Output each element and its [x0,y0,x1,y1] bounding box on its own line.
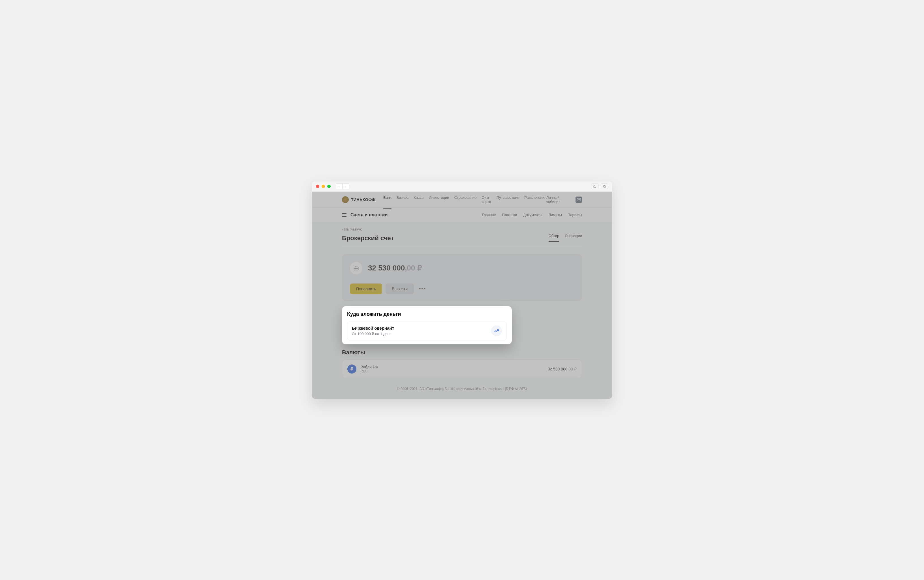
balance-amount: 32 530 000,00 ₽ [368,264,422,272]
nav-link-bank[interactable]: Банк [383,190,391,209]
primary-nav-links: Банк Бизнес Касса Инвестиции Страхование… [383,190,546,209]
page-tabs: Обзор Операции [549,234,582,242]
nav-link-business[interactable]: Бизнес [396,190,409,209]
invest-item-subtitle: От 100 000 ₽ на 1 день [352,332,394,336]
trend-up-icon [491,325,502,336]
tabs-icon[interactable] [601,183,608,189]
more-actions-icon[interactable]: ••• [417,286,428,292]
balance-card: 32 530 000,00 ₽ Пополнить Вывести ••• [342,254,582,301]
nav-link-kassa[interactable]: Касса [414,190,424,209]
currencies-section-title: Валюты [342,349,582,356]
svg-rect-1 [604,186,606,188]
page-viewport: ТИНЬКОФФ Банк Бизнес Касса Инвестиции Ст… [312,192,612,399]
nav-link-invest[interactable]: Инвестиции [429,190,449,209]
svg-rect-2 [577,198,580,201]
chevron-left-icon: ‹ [342,227,343,231]
nav-link-sim[interactable]: Сим-карта [482,190,492,209]
breadcrumb-label: На главную [344,227,362,231]
page-title: Брокерский счет [342,234,394,242]
tab-operations[interactable]: Операции [565,234,582,242]
subnav-link-limits[interactable]: Лимиты [549,213,562,217]
minimize-window-icon[interactable] [322,185,325,188]
subnav-link-tariffs[interactable]: Тарифы [568,213,582,217]
personal-cabinet-link[interactable]: Личный кабинет [546,195,573,204]
nav-link-insurance[interactable]: Страхование [454,190,477,209]
invest-card: Куда вложить деньги Биржевой овернайт От… [342,306,512,344]
subnav-link-main[interactable]: Главное [482,213,496,217]
back-button[interactable]: ‹ [336,183,342,189]
share-icon[interactable] [591,183,598,189]
invest-item-title: Биржевой овернайт [352,326,394,331]
footer-text: © 2006–2021, АО «Тинькофф Банк», официал… [342,378,582,392]
tab-overview[interactable]: Обзор [549,234,559,242]
mail-icon[interactable] [575,196,582,203]
top-nav: ТИНЬКОФФ Банк Бизнес Касса Инвестиции Ст… [312,192,612,208]
invest-card-title: Куда вложить деньги [347,311,507,317]
currency-code: RUB [360,369,378,373]
subnav-link-payments[interactable]: Платежи [502,213,517,217]
ruble-icon: ₽ [347,364,357,374]
forward-button[interactable]: › [342,183,349,189]
browser-window: ‹ › ТИНЬКОФФ Банк Бизнес Кас [312,181,612,399]
nav-link-travel[interactable]: Путешествие [497,190,519,209]
briefcase-icon [350,262,362,274]
logo-icon [342,196,349,203]
subnav-link-documents[interactable]: Документы [523,213,543,217]
currency-amount: 32 530 000,00 ₽ [548,367,577,371]
window-controls [316,185,330,188]
subnav-title: Счета и платежи [350,213,388,218]
logo-text: ТИНЬКОФФ [351,198,375,202]
logo[interactable]: ТИНЬКОФФ [342,196,375,203]
close-window-icon[interactable] [316,185,319,188]
deposit-button[interactable]: Пополнить [350,283,382,294]
invest-item-overnight[interactable]: Биржевой овернайт От 100 000 ₽ на 1 день [347,321,507,340]
currency-row-rub[interactable]: ₽ Рубли РФ RUB 32 530 000,00 ₽ [342,360,582,378]
browser-nav-arrows: ‹ › [336,183,349,189]
currency-name: Рубли РФ [360,365,378,369]
breadcrumb[interactable]: ‹ На главную [342,222,582,234]
nav-link-entertainment[interactable]: Развлечения [524,190,546,209]
sub-nav: Счета и платежи Главное Платежи Документ… [312,208,612,222]
withdraw-button[interactable]: Вывести [386,283,414,294]
hamburger-icon[interactable] [342,213,347,217]
maximize-window-icon[interactable] [327,185,330,188]
